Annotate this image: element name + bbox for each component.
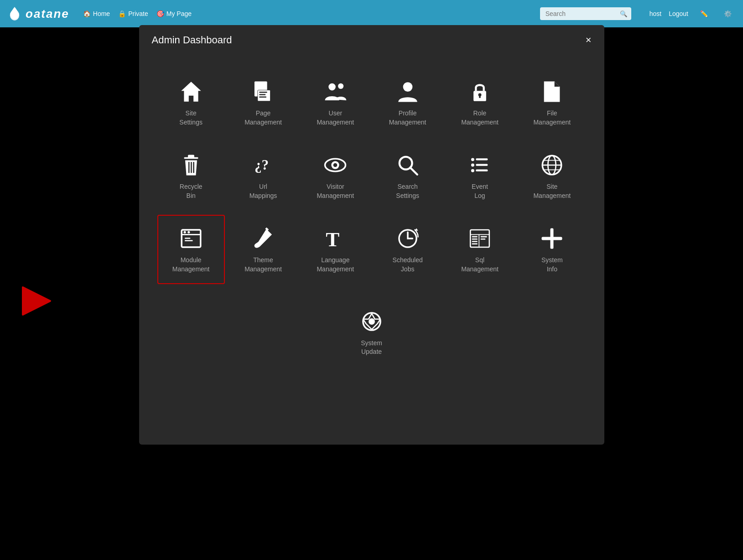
modal-overlay: Admin Dashboard × SiteSettings bbox=[0, 0, 743, 560]
svg-marker-1 bbox=[23, 287, 50, 315]
modal-title: Admin Dashboard bbox=[152, 34, 232, 46]
url-icon: ¿? bbox=[251, 153, 275, 177]
home-icon bbox=[179, 80, 203, 104]
svg-rect-51 bbox=[472, 244, 478, 245]
svg-point-22 bbox=[333, 163, 338, 167]
svg-rect-18 bbox=[193, 162, 194, 173]
icon-grid: SiteSettings PageManagement bbox=[139, 54, 604, 298]
url-mappings-item[interactable]: ¿? UrlMappings bbox=[229, 141, 297, 210]
profile-management-item[interactable]: ProfileManagement bbox=[374, 68, 441, 137]
url-mappings-label: UrlMappings bbox=[249, 182, 277, 200]
recycle-bin-label: RecycleBin bbox=[180, 182, 203, 200]
event-log-label: EventLog bbox=[472, 182, 488, 200]
svg-rect-55 bbox=[542, 237, 562, 240]
svg-point-8 bbox=[329, 83, 336, 91]
site-settings-item[interactable]: SiteSettings bbox=[157, 68, 225, 137]
users-icon bbox=[323, 80, 347, 104]
right-arrow-icon bbox=[18, 283, 55, 319]
profile-management-label: ProfileManagement bbox=[389, 109, 426, 127]
list-icon bbox=[468, 153, 492, 177]
sqllist-icon bbox=[468, 227, 492, 250]
svg-rect-28 bbox=[476, 164, 488, 166]
icon-grid-last-row: SystemUpdate bbox=[139, 298, 604, 385]
svg-rect-52 bbox=[481, 236, 487, 238]
system-update-item[interactable]: SystemUpdate bbox=[336, 298, 407, 367]
page-management-item[interactable]: PageManagement bbox=[229, 68, 297, 137]
svg-point-25 bbox=[471, 158, 474, 161]
svg-rect-40 bbox=[185, 238, 190, 239]
sql-management-item[interactable]: SqlManagement bbox=[446, 215, 514, 284]
site-management-label: SiteManagement bbox=[533, 182, 571, 200]
svg-point-9 bbox=[338, 83, 343, 89]
svg-rect-50 bbox=[472, 241, 478, 243]
svg-point-57 bbox=[369, 318, 375, 325]
file-management-item[interactable]: FileManagement bbox=[518, 68, 586, 137]
globe-icon bbox=[540, 153, 564, 177]
svg-point-29 bbox=[471, 169, 474, 172]
search-settings-item[interactable]: SearchSettings bbox=[374, 141, 441, 210]
site-management-item[interactable]: SiteManagement bbox=[518, 141, 586, 210]
svg-rect-5 bbox=[259, 92, 267, 93]
svg-point-38 bbox=[183, 231, 186, 233]
font-icon: T bbox=[323, 227, 347, 250]
svg-rect-26 bbox=[476, 158, 488, 160]
file-icon bbox=[540, 80, 564, 104]
trash-icon bbox=[179, 153, 203, 177]
svg-line-24 bbox=[410, 167, 417, 175]
theme-management-item[interactable]: ThemeManagement bbox=[229, 215, 297, 284]
user-management-label: UserManagement bbox=[317, 109, 354, 127]
eye-icon bbox=[323, 153, 347, 177]
language-management-item[interactable]: T LanguageManagement bbox=[301, 215, 369, 284]
svg-rect-17 bbox=[191, 162, 192, 173]
svg-rect-13 bbox=[479, 95, 480, 98]
arrow-indicator bbox=[18, 283, 55, 321]
scheduled-jobs-item[interactable]: ScheduledJobs bbox=[374, 215, 441, 284]
system-info-item[interactable]: SystemInfo bbox=[518, 215, 586, 284]
module-icon bbox=[179, 227, 203, 250]
scheduled-jobs-label: ScheduledJobs bbox=[393, 256, 423, 274]
svg-rect-53 bbox=[481, 239, 485, 240]
theme-management-label: ThemeManagement bbox=[244, 256, 282, 274]
system-info-label: SystemInfo bbox=[541, 256, 563, 274]
shutter-icon bbox=[360, 310, 384, 333]
visitor-management-item[interactable]: VisitorManagement bbox=[301, 141, 369, 210]
event-log-item[interactable]: EventLog bbox=[446, 141, 514, 210]
svg-rect-7 bbox=[259, 96, 266, 98]
svg-point-27 bbox=[471, 164, 474, 167]
page-management-label: PageManagement bbox=[244, 109, 282, 127]
svg-rect-16 bbox=[188, 162, 190, 173]
lock-icon bbox=[468, 80, 492, 104]
svg-rect-6 bbox=[259, 94, 265, 95]
page-icon bbox=[251, 80, 275, 104]
svg-text:¿?: ¿? bbox=[255, 157, 269, 173]
svg-text:T: T bbox=[326, 228, 340, 251]
search-settings-label: SearchSettings bbox=[396, 182, 419, 200]
svg-point-39 bbox=[187, 231, 190, 233]
visitor-management-label: VisitorManagement bbox=[317, 182, 354, 200]
profile-icon bbox=[396, 80, 420, 104]
role-management-item[interactable]: RoleManagement bbox=[446, 68, 514, 137]
plus-icon bbox=[540, 227, 564, 250]
scheduled-icon bbox=[396, 227, 420, 250]
svg-rect-30 bbox=[476, 170, 488, 171]
site-settings-label: SiteSettings bbox=[179, 109, 203, 127]
system-update-label: SystemUpdate bbox=[361, 339, 382, 357]
svg-rect-49 bbox=[472, 239, 478, 240]
module-management-item[interactable]: ModuleManagement bbox=[157, 215, 225, 284]
sql-management-label: SqlManagement bbox=[461, 256, 499, 274]
svg-rect-15 bbox=[188, 155, 194, 158]
file-management-label: FileManagement bbox=[533, 109, 571, 127]
svg-point-10 bbox=[403, 82, 412, 92]
language-management-label: LanguageManagement bbox=[317, 256, 354, 274]
module-management-label: ModuleManagement bbox=[172, 256, 210, 274]
svg-rect-48 bbox=[472, 236, 478, 238]
admin-dashboard-modal: Admin Dashboard × SiteSettings bbox=[139, 25, 604, 445]
modal-close-button[interactable]: × bbox=[586, 35, 592, 45]
recycle-bin-item[interactable]: RecycleBin bbox=[157, 141, 225, 210]
modal-header: Admin Dashboard × bbox=[139, 25, 604, 54]
search-icon bbox=[396, 153, 420, 177]
role-management-label: RoleManagement bbox=[461, 109, 499, 127]
brush-icon bbox=[251, 227, 275, 250]
svg-rect-41 bbox=[185, 240, 192, 242]
user-management-item[interactable]: UserManagement bbox=[301, 68, 369, 137]
